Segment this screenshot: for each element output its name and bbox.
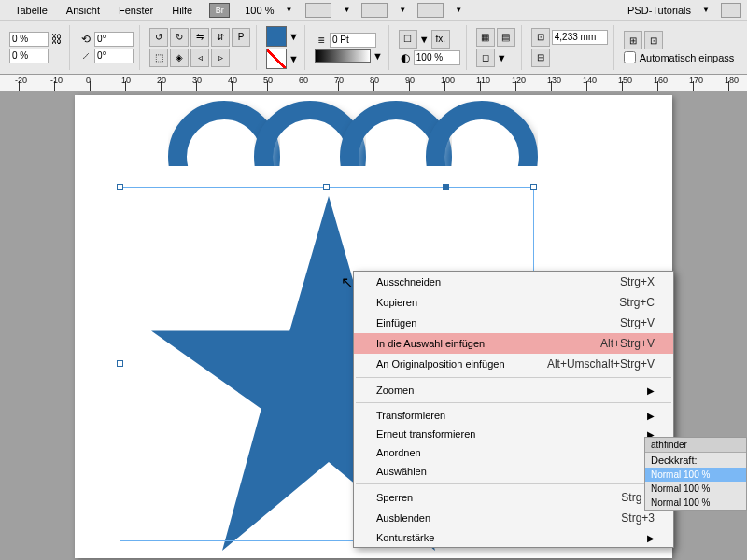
menu-item[interactable]: Auswählen▶ <box>354 462 673 481</box>
flip-v-icon[interactable]: ⇵ <box>211 28 230 47</box>
dropdown-icon[interactable]: ▼ <box>373 50 383 62</box>
dropdown-icon[interactable]: ▼ <box>289 53 299 64</box>
menu-item[interactable]: Transformieren▶ <box>354 406 673 425</box>
text-wrap-icon[interactable]: ▦ <box>476 28 495 47</box>
workspace-dropdown-icon[interactable]: ▼ <box>698 6 713 14</box>
menu-item-label: Ausschneiden <box>376 276 441 287</box>
effects-icon[interactable]: ☐ <box>399 30 417 49</box>
select-prev-icon[interactable]: ◃ <box>190 49 209 67</box>
flip-h-icon[interactable]: ⇋ <box>190 28 209 47</box>
shortcut-label: Alt+Strg+V <box>600 337 655 350</box>
zoom-level[interactable]: 100 % <box>237 5 281 16</box>
frame-fit-2-icon[interactable]: ⊟ <box>531 49 550 67</box>
screen-mode-icon[interactable] <box>361 3 388 18</box>
fit-content-icon[interactable]: ⊞ <box>624 31 642 49</box>
fit-frame-icon[interactable]: ⊡ <box>644 31 663 49</box>
arrange-icon[interactable] <box>417 3 444 18</box>
menu-tabelle[interactable]: Tabelle <box>6 5 57 16</box>
menu-item-label: In die Auswahl einfügen <box>376 338 485 349</box>
frame-fit-icon[interactable]: ⊡ <box>531 28 550 47</box>
scale-y-input[interactable] <box>9 49 49 63</box>
dropdown-icon[interactable]: ▼ <box>289 31 299 42</box>
stroke-style[interactable] <box>315 49 371 63</box>
handle-icon[interactable] <box>117 360 123 367</box>
menu-item[interactable]: EinfügenStrg+V <box>354 313 673 333</box>
layer-row[interactable]: Normal 100 % <box>645 496 746 510</box>
ruler-tick: 90 <box>405 76 415 85</box>
menu-item-label: Anordnen <box>376 447 421 458</box>
anchor-point-icon[interactable] <box>443 184 449 190</box>
width-input[interactable] <box>552 30 608 45</box>
menu-item-label: Zoomen <box>376 385 414 396</box>
rotate-ccw-icon[interactable]: ↺ <box>149 28 168 47</box>
zoom-dropdown-icon[interactable]: ▼ <box>281 6 296 14</box>
text-wrap-2-icon[interactable]: ▤ <box>497 28 515 47</box>
menu-hilfe[interactable]: Hilfe <box>162 5 202 16</box>
ruler-tick: 30 <box>192 76 202 85</box>
menu-item[interactable]: Zoomen▶ <box>354 381 673 399</box>
layer-row[interactable]: Normal 100 % <box>645 482 746 496</box>
handle-icon[interactable] <box>323 184 330 190</box>
fill-swatch[interactable] <box>266 26 287 47</box>
scale-x-input[interactable] <box>9 32 49 47</box>
ruler-tick: 50 <box>263 76 273 85</box>
corners-icon[interactable]: ◻ <box>476 49 495 67</box>
workspace-label[interactable]: PSD-Tutorials <box>620 5 698 16</box>
shortcut-label: Strg+X <box>620 275 655 288</box>
select-next-icon[interactable]: ▹ <box>211 49 230 67</box>
panel-tab[interactable]: athfinder <box>645 438 746 453</box>
dropdown-icon[interactable]: ▼ <box>395 6 410 14</box>
view-options-icon[interactable] <box>305 3 331 18</box>
stroke-weight-icon: ≡ <box>315 34 328 47</box>
ruler-tick: -20 <box>15 76 27 85</box>
menu-fenster[interactable]: Fenster <box>109 5 162 16</box>
rotate-cw-icon[interactable]: ↻ <box>170 28 189 47</box>
select-container-icon[interactable]: ⬚ <box>149 49 168 67</box>
ruler-tick: -10 <box>50 76 63 85</box>
link-icon[interactable]: ⛓ <box>50 33 63 46</box>
menu-item[interactable]: Erneut transformieren▶ <box>354 425 673 443</box>
menu-item[interactable]: An Originalposition einfügenAlt+Umschalt… <box>354 354 673 374</box>
shear-input[interactable] <box>94 49 134 63</box>
ruler-tick: 10 <box>121 76 131 85</box>
dropdown-icon[interactable]: ▼ <box>419 34 430 45</box>
ruler-tick: 40 <box>228 76 237 85</box>
menu-item[interactable]: SperrenStrg+L <box>354 487 673 508</box>
handle-icon[interactable] <box>117 184 123 190</box>
menu-item[interactable]: AusschneidenStrg+X <box>354 272 673 292</box>
handle-icon[interactable] <box>530 184 537 190</box>
menu-item[interactable]: KopierenStrg+C <box>354 292 673 313</box>
ruler-tick: 150 <box>618 76 632 85</box>
shortcut-label: Alt+Umschalt+Strg+V <box>547 357 655 371</box>
dropdown-icon[interactable]: ▼ <box>339 6 354 14</box>
rotate-input[interactable] <box>94 32 134 47</box>
ruler-tick: 130 <box>547 76 561 85</box>
fx-button[interactable]: fx. <box>431 30 450 49</box>
bridge-icon[interactable]: Br <box>209 3 230 18</box>
menu-item-label: Einfügen <box>376 317 416 329</box>
stroke-weight-input[interactable] <box>330 33 376 48</box>
menu-ansicht[interactable]: Ansicht <box>57 5 109 16</box>
dropdown-icon[interactable]: ▼ <box>451 6 466 14</box>
ruler-tick: 20 <box>157 76 166 85</box>
shortcut-label: Strg+V <box>620 316 655 329</box>
ruler-tick: 100 <box>441 76 455 85</box>
menu-item[interactable]: AusblendenStrg+3 <box>354 508 673 528</box>
opacity-input[interactable] <box>414 50 460 65</box>
menu-item-label: Ausblenden <box>376 512 430 524</box>
autofit-checkbox[interactable] <box>624 51 636 63</box>
p-icon[interactable]: P <box>232 28 250 47</box>
menu-item[interactable]: In die Auswahl einfügenAlt+Strg+V <box>354 333 673 354</box>
pathfinder-panel[interactable]: athfinder Deckkraft: Normal 100 % Normal… <box>644 437 747 511</box>
search-icon[interactable] <box>721 3 741 18</box>
dropdown-icon[interactable]: ▼ <box>497 52 507 63</box>
menu-item-label: Transformieren <box>376 410 445 421</box>
ruler-tick: 70 <box>334 76 344 85</box>
stroke-swatch[interactable] <box>266 49 287 69</box>
menu-item[interactable]: Konturstärke▶ <box>354 528 673 547</box>
menu-item-label: Erneut transformieren <box>376 428 475 440</box>
menu-item[interactable]: Anordnen▶ <box>354 443 673 462</box>
layer-row[interactable]: Normal 100 % <box>645 468 746 482</box>
submenu-arrow-icon: ▶ <box>647 533 655 543</box>
select-content-icon[interactable]: ◈ <box>170 49 189 67</box>
